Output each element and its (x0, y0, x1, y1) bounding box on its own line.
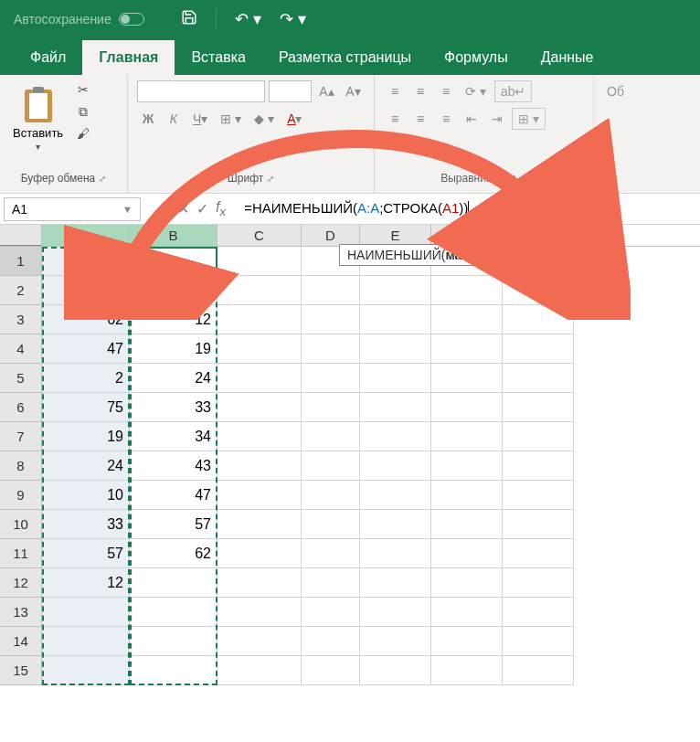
col-header-A[interactable]: A (42, 225, 130, 246)
row-header[interactable]: 10 (0, 510, 42, 539)
cell[interactable] (431, 276, 503, 305)
cell[interactable] (503, 481, 574, 510)
cell[interactable] (431, 627, 503, 656)
align-left-icon[interactable]: ≡ (384, 108, 406, 130)
cell[interactable]: 34 (130, 422, 217, 451)
cell[interactable] (503, 510, 574, 539)
cell[interactable] (360, 598, 431, 627)
col-header-D[interactable]: D (302, 225, 360, 246)
cell[interactable] (503, 364, 574, 393)
font-name-combo[interactable] (137, 80, 265, 102)
cell[interactable] (503, 598, 574, 627)
select-all-corner[interactable] (0, 225, 42, 246)
cell[interactable] (503, 305, 574, 334)
cell[interactable] (503, 451, 574, 481)
tab-layout[interactable]: Разметка страницы (262, 40, 428, 75)
font-color-icon[interactable]: A ▾ (282, 108, 306, 130)
cell[interactable] (431, 364, 503, 393)
align-bottom-icon[interactable]: ≡ (435, 80, 457, 102)
cell[interactable]: 24 (130, 364, 217, 393)
italic-button[interactable]: К (163, 108, 185, 130)
font-size-combo[interactable] (269, 80, 312, 102)
formula-input[interactable]: =НАИМЕНЬШИЙ(A:A;СТРОКА(A1)) (237, 197, 700, 221)
cell[interactable] (217, 656, 302, 685)
cell[interactable] (217, 364, 302, 393)
cell[interactable] (217, 334, 302, 364)
cell[interactable] (302, 598, 360, 627)
cancel-icon[interactable]: ✕ (177, 200, 189, 217)
cell[interactable] (431, 422, 503, 451)
row-header[interactable]: 5 (0, 364, 42, 393)
cell[interactable] (431, 451, 503, 481)
decrease-indent-icon[interactable]: ⇤ (461, 108, 483, 130)
orientation-icon[interactable]: ⟳ ▾ (461, 80, 491, 102)
autosave-control[interactable]: Автосохранение (14, 12, 144, 26)
row-header[interactable]: 12 (0, 568, 42, 598)
cells-area[interactable]: НАИМЕНЬШИЙ(массив; k) 43A:A;341062124719… (42, 247, 574, 685)
cell[interactable] (42, 627, 130, 656)
enter-icon[interactable]: ✓ (196, 200, 208, 217)
cell[interactable] (302, 568, 360, 598)
cell[interactable] (217, 422, 302, 451)
tab-data[interactable]: Данные (525, 40, 610, 75)
cell[interactable] (431, 510, 503, 539)
chevron-down-icon[interactable]: ▼ (122, 204, 133, 215)
row-header[interactable]: 14 (0, 627, 42, 656)
cell[interactable] (360, 422, 431, 451)
underline-button[interactable]: Ч ▾ (188, 108, 212, 130)
expand-icon[interactable]: ⤢ (267, 174, 274, 184)
row-header[interactable]: 2 (0, 276, 42, 305)
cell[interactable] (431, 305, 503, 334)
cell[interactable] (503, 276, 574, 305)
cell[interactable] (302, 334, 360, 364)
cell[interactable] (302, 422, 360, 451)
cell[interactable] (217, 451, 302, 481)
increase-indent-icon[interactable]: ⇥ (486, 108, 508, 130)
col-header-B[interactable]: B (130, 225, 217, 246)
merge-icon[interactable]: ⊞ ▾ (512, 108, 546, 130)
cell[interactable] (217, 481, 302, 510)
cell[interactable] (302, 481, 360, 510)
cell[interactable] (503, 334, 574, 364)
fill-color-icon[interactable]: ◆ ▾ (249, 108, 279, 130)
cell[interactable]: 57 (130, 510, 217, 539)
expand-icon[interactable]: ⤢ (99, 174, 106, 184)
tab-formulas[interactable]: Формулы (428, 40, 525, 75)
cell[interactable] (130, 568, 217, 598)
cell[interactable]: 43 (42, 247, 130, 276)
cell[interactable] (431, 334, 503, 364)
cell[interactable]: 12 (130, 305, 217, 334)
redo-icon[interactable]: ↷ ▾ (280, 9, 306, 29)
name-box[interactable]: A1 ▼ (4, 197, 141, 221)
paste-button[interactable]: Вставить ▾ (9, 80, 67, 155)
cell[interactable] (360, 539, 431, 568)
fx-icon[interactable]: fx (216, 199, 226, 218)
cell[interactable]: 19 (130, 334, 217, 364)
cell[interactable] (360, 481, 431, 510)
cell[interactable] (503, 627, 574, 656)
cut-icon[interactable]: ✂ (72, 80, 94, 99)
row-header[interactable]: 1 (0, 247, 42, 276)
row-header[interactable]: 15 (0, 656, 42, 685)
cell[interactable] (360, 393, 431, 422)
cell[interactable]: 19 (42, 422, 130, 451)
align-center-icon[interactable]: ≡ (409, 108, 431, 130)
cell[interactable] (360, 656, 431, 685)
cell[interactable] (431, 568, 503, 598)
wrap-text-icon[interactable]: ab↵ (494, 80, 533, 102)
row-header[interactable]: 7 (0, 422, 42, 451)
col-header-G[interactable]: G (503, 225, 574, 246)
cell[interactable] (217, 568, 302, 598)
cell[interactable] (360, 627, 431, 656)
cell[interactable] (503, 568, 574, 598)
cell[interactable] (217, 539, 302, 568)
cell[interactable] (360, 305, 431, 334)
cell[interactable] (302, 276, 360, 305)
increase-font-icon[interactable]: A▴ (315, 80, 338, 102)
row-header[interactable]: 6 (0, 393, 42, 422)
cell[interactable] (503, 393, 574, 422)
cell[interactable] (360, 510, 431, 539)
cell[interactable] (431, 656, 503, 685)
align-right-icon[interactable]: ≡ (435, 108, 457, 130)
cell[interactable] (42, 656, 130, 685)
